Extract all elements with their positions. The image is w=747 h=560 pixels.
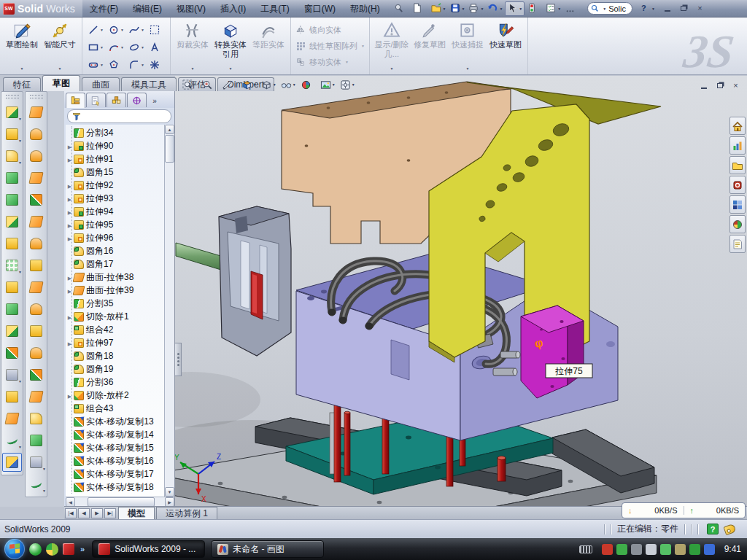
ribbon-button[interactable]: 草图绘制 ▼ bbox=[3, 20, 41, 72]
feature-tool-button[interactable]: ▼ bbox=[2, 234, 22, 253]
tab-scroll-prev-button[interactable]: ◀ bbox=[78, 508, 90, 518]
feature-tree-item[interactable]: 切除-放样1 bbox=[66, 310, 164, 323]
ribbon-button[interactable]: 等距实体 ▼ bbox=[249, 20, 287, 72]
feature-tree-item[interactable]: 实体-移动/复制18 bbox=[66, 481, 164, 494]
feature-tree-item[interactable]: 实体-移动/复制14 bbox=[66, 428, 164, 441]
toolbar-button[interactable]: ▼ bbox=[486, 1, 504, 16]
feature-tool-button[interactable]: ▼ bbox=[2, 278, 22, 297]
command-tab[interactable]: 特征 bbox=[3, 77, 41, 91]
sketch-entity-button[interactable]: ▼ bbox=[85, 39, 106, 56]
toolbar-button[interactable]: ▼ bbox=[525, 1, 543, 16]
tab-scroll-last-button[interactable]: ▶| bbox=[104, 508, 116, 518]
view-tool-button[interactable]: ▼ bbox=[220, 78, 239, 91]
panel-tab[interactable] bbox=[86, 93, 106, 107]
quick-tips-button[interactable]: ? bbox=[707, 524, 719, 534]
taskbar-button-paint[interactable]: 未命名 - 画图 bbox=[211, 540, 324, 558]
expand-arrow-icon[interactable] bbox=[66, 338, 74, 348]
tray-icon[interactable] bbox=[660, 544, 671, 555]
antivirus-icon[interactable] bbox=[46, 543, 58, 556]
help-button[interactable]: ? bbox=[637, 3, 651, 14]
toolbar-button[interactable]: ▼ bbox=[449, 1, 467, 16]
feature-tool-button[interactable]: ▼ bbox=[2, 343, 22, 362]
feature-tree-item[interactable]: 圆角16 bbox=[66, 244, 164, 257]
tray-icon[interactable] bbox=[602, 544, 613, 555]
menu-item[interactable]: 编辑(E) bbox=[125, 0, 169, 18]
ribbon-button[interactable]: 快速捕捉 ▼ bbox=[449, 20, 487, 72]
feature-tree-item[interactable]: 拉伸92 bbox=[66, 179, 164, 192]
surface-tool-button[interactable]: ▼ bbox=[26, 453, 46, 472]
surface-tool-button[interactable]: ▼ bbox=[26, 387, 46, 406]
view-tool-button[interactable]: ▼ bbox=[181, 78, 199, 91]
feature-tool-button[interactable]: ▼ bbox=[2, 322, 22, 341]
view-tool-button[interactable]: ▼ bbox=[319, 78, 337, 91]
feature-tree-item[interactable]: 拉伸97 bbox=[66, 336, 164, 349]
feature-tree-item[interactable]: 拉伸90 bbox=[66, 139, 164, 152]
toolbar-button[interactable]: ▼ bbox=[544, 1, 562, 16]
expand-arrow-icon[interactable] bbox=[66, 141, 74, 151]
feature-tool-button[interactable]: ▼ bbox=[2, 453, 22, 472]
ribbon-button[interactable]: 剪裁实体 ▼ bbox=[174, 20, 212, 72]
close-button[interactable]: × bbox=[693, 3, 707, 14]
menu-item[interactable]: 文件(F) bbox=[82, 0, 125, 18]
search-box[interactable]: ▼ Solic bbox=[587, 2, 632, 15]
feature-tool-button[interactable]: ▼ bbox=[2, 431, 22, 450]
task-pane-button[interactable] bbox=[729, 136, 746, 155]
expand-arrow-icon[interactable] bbox=[66, 390, 74, 400]
expand-arrow-icon[interactable] bbox=[66, 180, 74, 190]
doc-close-button[interactable]: × bbox=[729, 80, 743, 91]
taskbar-button-solidworks[interactable]: SolidWorks 2009 - ... bbox=[92, 540, 205, 558]
surface-tool-button[interactable]: ▼ bbox=[26, 278, 46, 297]
feature-tree-item[interactable]: 切除-放样2 bbox=[66, 389, 164, 402]
surface-tool-button[interactable]: ▼ bbox=[26, 365, 46, 384]
feature-tree-item[interactable]: 实体-移动/复制17 bbox=[66, 467, 164, 481]
view-tool-button[interactable]: ▼ bbox=[240, 78, 258, 91]
feature-tree-item[interactable]: 实体-移动/复制16 bbox=[66, 454, 164, 467]
tray-icon[interactable] bbox=[631, 544, 642, 555]
scroll-up-button[interactable]: ▲ bbox=[165, 125, 174, 134]
surface-tool-button[interactable]: ▼ bbox=[26, 168, 46, 187]
feature-tree-item[interactable]: 分割34 bbox=[66, 126, 164, 139]
toolbar-button[interactable]: ▼ bbox=[505, 1, 525, 16]
ribbon-button[interactable]: 转换实体引用 ▼ bbox=[212, 20, 249, 72]
sketch-entity-button[interactable]: ▼ bbox=[147, 56, 167, 74]
feature-tool-button[interactable]: ▼ bbox=[2, 125, 22, 144]
view-tool-button[interactable]: ▼ bbox=[279, 78, 298, 91]
feature-tree-item[interactable]: 拉伸94 bbox=[66, 205, 164, 218]
menu-item[interactable]: 窗口(W) bbox=[297, 0, 343, 18]
ribbon-button[interactable]: 镜向实体 ▼ bbox=[293, 23, 352, 37]
feature-tree-item[interactable]: 拉伸95 bbox=[66, 218, 164, 231]
task-pane-button[interactable] bbox=[729, 176, 746, 194]
ribbon-button[interactable]: 智能尺寸 ▼ bbox=[41, 20, 79, 72]
feature-tree-item[interactable]: 拉伸91 bbox=[66, 152, 164, 166]
tray-icon[interactable] bbox=[689, 544, 700, 555]
sketch-entity-button[interactable]: ▼ bbox=[126, 39, 147, 56]
feature-tree-item[interactable]: 实体-移动/复制13 bbox=[66, 415, 164, 428]
view-tool-button[interactable]: ▼ bbox=[201, 78, 219, 91]
feature-tool-button[interactable]: ▼ bbox=[2, 190, 22, 209]
feature-tree-item[interactable]: 圆角19 bbox=[66, 362, 164, 376]
surface-tool-button[interactable]: ▼ bbox=[26, 125, 46, 144]
sketch-entity-button[interactable]: ▼ bbox=[106, 21, 126, 39]
tag-icon[interactable] bbox=[723, 523, 736, 534]
task-pane-button[interactable] bbox=[729, 235, 746, 253]
feature-tree-item[interactable]: 拉伸96 bbox=[66, 231, 164, 244]
surface-tool-button[interactable]: ▼ bbox=[26, 322, 46, 341]
minimize-button[interactable] bbox=[661, 3, 675, 14]
feature-tool-button[interactable]: ▼ bbox=[2, 147, 22, 166]
surface-tool-button[interactable]: ▼ bbox=[26, 256, 46, 275]
tray-icon[interactable] bbox=[675, 544, 686, 555]
view-tool-button[interactable]: ▼ bbox=[299, 78, 317, 91]
ribbon-button[interactable]: 快速草图 ▼ bbox=[487, 20, 525, 72]
tray-icon[interactable] bbox=[704, 544, 715, 555]
feature-tree-item[interactable]: 组合42 bbox=[66, 323, 164, 336]
feature-tree-item[interactable]: 拉伸93 bbox=[66, 192, 164, 205]
tree-filter-box[interactable] bbox=[67, 109, 171, 123]
view-tool-button[interactable]: ▼ bbox=[260, 78, 278, 91]
doc-restore-button[interactable] bbox=[713, 80, 727, 91]
feature-tree-item[interactable]: 圆角17 bbox=[66, 257, 164, 271]
expand-arrow-icon[interactable] bbox=[66, 206, 74, 217]
surface-tool-button[interactable]: ▼ bbox=[26, 343, 46, 362]
messenger-icon[interactable] bbox=[29, 543, 42, 556]
search-caret-icon[interactable]: ▼ bbox=[603, 7, 606, 11]
graphics-area[interactable]: φ 拉伸75 Y Z X bbox=[175, 76, 747, 508]
